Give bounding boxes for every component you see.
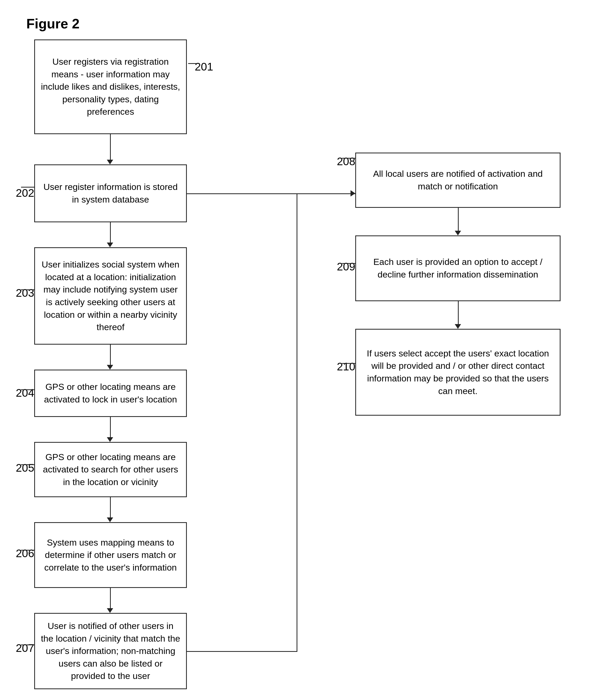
box-201: User registers via registration means - … (34, 40, 187, 134)
label-203: 203 (16, 287, 34, 299)
arrow-208-209 (458, 208, 459, 231)
box-207: User is notified of other users in the l… (34, 613, 187, 689)
arrowhead-205-206 (107, 518, 113, 522)
arrowhead-203-204 (107, 365, 113, 370)
box-205: GPS or other locating means are activate… (34, 442, 187, 497)
box-204: GPS or other locating means are activate… (34, 370, 187, 417)
arrowhead-202-203 (107, 243, 113, 247)
arrow-201-202 (110, 134, 111, 160)
arrow-207-right-h (187, 651, 297, 652)
arrow-205-206 (110, 497, 111, 518)
label-208: 208 (337, 155, 355, 168)
arrow-207-up-v (296, 193, 297, 652)
label-206: 206 (16, 547, 34, 560)
label-210: 210 (337, 360, 355, 373)
arrow-204-205 (110, 417, 111, 438)
arrow-209-210 (458, 301, 459, 325)
arrowhead-204-205 (107, 437, 113, 442)
figure-title: Figure 2 (26, 16, 79, 31)
arrowhead-209-210 (455, 324, 461, 329)
label-201: 201 (195, 60, 213, 73)
box-208: All local users are notified of activati… (355, 153, 560, 208)
arrowhead-206-207 (107, 608, 113, 613)
label-204: 204 (16, 387, 34, 399)
arrow-207-to-208-h (296, 193, 355, 194)
label-205: 205 (16, 462, 34, 474)
box-206: System uses mapping means to determine i… (34, 522, 187, 588)
label-207: 207 (16, 642, 34, 654)
arrow-203-204 (110, 345, 111, 366)
box-202: User register information is stored in s… (34, 165, 187, 222)
arrowhead-208-209 (455, 231, 461, 235)
label-209: 209 (337, 260, 355, 273)
box-209: Each user is provided an option to accep… (355, 235, 560, 301)
label-202: 202 (16, 187, 34, 199)
arrow-202-203 (110, 222, 111, 243)
box-210: If users select accept the users' exact … (355, 329, 560, 416)
arrow-206-207 (110, 588, 111, 609)
box-203: User initializes social system when loca… (34, 247, 187, 345)
arrowhead-201-202 (107, 160, 113, 165)
